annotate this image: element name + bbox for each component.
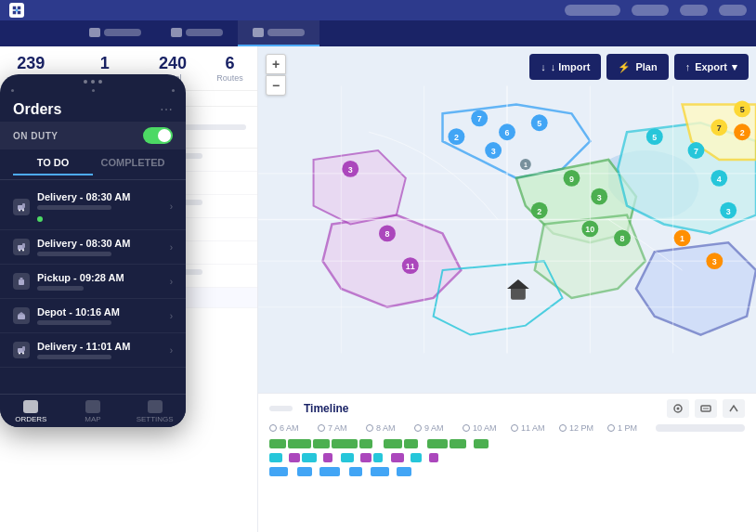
order-title-2: Delivery - 08:30 AM <box>37 238 163 249</box>
hour-12pm: 12 PM <box>559 423 607 433</box>
svg-point-4 <box>16 9 19 12</box>
zoom-in-button[interactable]: + <box>266 54 286 74</box>
nav-tab-2[interactable] <box>156 20 238 46</box>
hour-radio-6 <box>269 424 277 432</box>
phone-status-dot-1 <box>11 89 14 92</box>
nav-tab-3[interactable] <box>238 20 319 46</box>
map-zoom-controls: + − <box>266 54 286 96</box>
hour-7am: 7 AM <box>318 423 366 433</box>
timeline-filter-btn-3[interactable] <box>723 399 745 418</box>
nav-tab-1[interactable] <box>74 20 156 46</box>
order-chevron-5: › <box>170 345 173 356</box>
phone-nav-settings[interactable]: SETTINGS <box>124 400 186 423</box>
timeline-filter-btn-2[interactable] <box>695 399 717 418</box>
top-bar-pill-4 <box>719 5 747 16</box>
order-info-3: Pickup - 09:28 AM <box>37 272 163 291</box>
app-logo[interactable] <box>9 3 24 18</box>
timeline-more <box>656 424 745 432</box>
phone-status-dot-3 <box>172 89 175 92</box>
phone-dot-3 <box>98 80 102 84</box>
timeline-controls <box>667 399 745 418</box>
bar-2-3 <box>302 453 317 462</box>
phone-nav-orders[interactable]: ORDERS <box>0 400 62 423</box>
bar-1-2 <box>288 439 311 448</box>
map-container[interactable]: 7 6 5 3 2 9 3 10 <box>258 46 756 393</box>
svg-point-7 <box>19 209 20 211</box>
phone-order-2[interactable]: Delivery - 08:30 AM › <box>0 230 186 265</box>
routes-label: Routes <box>216 73 243 83</box>
order-chevron-3: › <box>170 277 173 287</box>
phone-order-5[interactable]: Delivery - 11:01 AM › <box>0 333 186 368</box>
phone-order-4[interactable]: Depot - 10:16 AM › <box>0 299 186 333</box>
svg-text:5: 5 <box>537 119 541 128</box>
svg-text:7: 7 <box>477 114 482 123</box>
phone-order-3[interactable]: Pickup - 09:28 AM › <box>0 265 186 299</box>
scheduled-value: 239 <box>17 54 45 73</box>
depot-icon <box>13 307 30 324</box>
bar-1-7 <box>404 439 418 448</box>
toggle-switch[interactable] <box>143 127 173 144</box>
svg-text:8: 8 <box>620 234 625 243</box>
phone-tab-completed[interactable]: COMPLETED <box>93 157 173 175</box>
timeline-header: Timeline <box>269 399 745 418</box>
svg-point-19 <box>19 353 20 355</box>
phone-dot-1 <box>84 80 87 84</box>
bar-3-6 <box>397 467 411 476</box>
orders-nav-label: ORDERS <box>15 415 46 423</box>
svg-text:1: 1 <box>680 234 684 243</box>
bar-2-4 <box>323 453 332 462</box>
order-title-3: Pickup - 09:28 AM <box>37 272 163 283</box>
svg-text:7: 7 <box>694 147 698 156</box>
top-bar-pill-2 <box>632 5 669 16</box>
bar-2-9 <box>411 453 422 462</box>
bar-2-1 <box>269 453 282 462</box>
map-action-bar: ↓ ↓ Import ⚡ Plan ↑ Export ▾ <box>529 54 749 80</box>
svg-text:2: 2 <box>454 133 459 142</box>
timeline-bars <box>269 438 745 526</box>
export-button[interactable]: ↑ Export ▾ <box>674 54 749 80</box>
order-sub-2 <box>37 252 111 256</box>
bar-2-6 <box>360 453 371 462</box>
phone-on-duty: ON DUTY <box>0 122 186 149</box>
import-button[interactable]: ↓ ↓ Import <box>529 54 601 80</box>
total-value: 240 <box>159 54 187 73</box>
phone-nav-map[interactable]: MAP <box>62 400 124 423</box>
order-info-2: Delivery - 08:30 AM <box>37 238 163 256</box>
svg-text:9: 9 <box>569 175 574 184</box>
timeline-left-pill <box>269 406 293 411</box>
bar-3-2 <box>297 467 312 476</box>
bar-1-8 <box>427 439 448 448</box>
chart-icon <box>253 28 264 37</box>
unscheduled-value: 1 <box>100 54 110 73</box>
export-label: Export <box>695 61 727 72</box>
phone-tab-todo[interactable]: TO DO <box>13 157 93 175</box>
svg-text:1: 1 <box>524 162 528 168</box>
order-chevron-2: › <box>170 242 173 253</box>
main-content: 239 Scheduled 1 Unscheduled 240 Total 6 … <box>0 46 756 532</box>
order-info-4: Depot - 10:16 AM <box>37 306 163 325</box>
svg-rect-3 <box>18 11 20 14</box>
hour-8am: 8 AM <box>366 423 414 433</box>
phone-status-dot-2 <box>92 89 95 92</box>
phone-order-list: Delivery - 08:30 AM › <box>0 180 186 394</box>
svg-rect-10 <box>22 243 25 248</box>
bar-3-4 <box>349 467 362 476</box>
svg-text:2: 2 <box>537 207 541 216</box>
order-info-1: Delivery - 08:30 AM <box>37 191 163 222</box>
plan-label: Plan <box>635 61 657 72</box>
bar-1-10 <box>474 439 489 448</box>
phone-order-1[interactable]: Delivery - 08:30 AM › <box>0 184 186 230</box>
timeline-filter-btn-1[interactable] <box>667 399 689 418</box>
hour-1pm: 1 PM <box>607 423 656 433</box>
svg-text:10: 10 <box>585 225 594 234</box>
svg-text:7: 7 <box>717 123 722 133</box>
delivery-icon-3 <box>13 342 30 358</box>
svg-text:3: 3 <box>491 147 496 156</box>
bar-2-7 <box>373 453 383 462</box>
svg-marker-16 <box>18 312 25 315</box>
bar-3-1 <box>269 467 288 476</box>
plan-button[interactable]: ⚡ Plan <box>606 54 668 80</box>
phone-app-title: Orders <box>13 101 61 118</box>
zoom-out-button[interactable]: − <box>266 75 286 96</box>
map-nav-label: MAP <box>85 415 100 423</box>
